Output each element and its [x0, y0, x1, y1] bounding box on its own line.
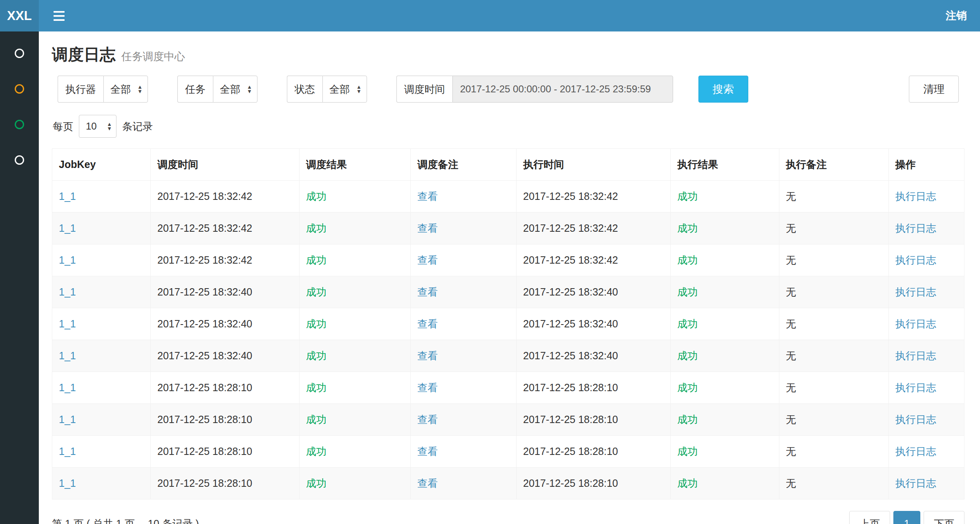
- circle-icon: [15, 155, 24, 165]
- exec-log-link[interactable]: 执行日志: [895, 190, 936, 202]
- exec-result-cell: 成功: [671, 181, 779, 213]
- exec-time-cell: 2017-12-25 18:28:10: [517, 372, 671, 404]
- status-filter-value: 全部: [329, 83, 350, 96]
- column-header-jobkey[interactable]: JobKey: [52, 149, 151, 181]
- table-row: 1_1 2017-12-25 18:32:40 成功 查看 2017-12-25…: [52, 340, 964, 372]
- column-header-dispatch-time[interactable]: 调度时间: [151, 149, 300, 181]
- column-header-exec-result[interactable]: 执行结果: [671, 149, 779, 181]
- exec-result-badge: 成功: [677, 286, 698, 298]
- job-filter-select[interactable]: 全部 ▲▼: [213, 76, 257, 103]
- exec-log-link[interactable]: 执行日志: [895, 414, 936, 425]
- page-size-prefix: 每页: [53, 120, 73, 133]
- status-filter-select[interactable]: 全部 ▲▼: [322, 76, 367, 103]
- action-cell: 执行日志: [888, 276, 964, 308]
- executor-filter-select[interactable]: 全部 ▲▼: [103, 76, 148, 103]
- table-row: 1_1 2017-12-25 18:32:42 成功 查看 2017-12-25…: [52, 244, 964, 276]
- table-row: 1_1 2017-12-25 18:28:10 成功 查看 2017-12-25…: [52, 404, 964, 436]
- exec-log-link[interactable]: 执行日志: [895, 286, 936, 298]
- exec-log-link[interactable]: 执行日志: [895, 254, 936, 266]
- status-filter: 状态 全部 ▲▼: [287, 76, 367, 103]
- view-remark-link[interactable]: 查看: [417, 190, 438, 202]
- jobkey-link[interactable]: 1_1: [59, 414, 76, 425]
- dispatch-remark-cell: 查看: [411, 404, 517, 436]
- exec-time-cell: 2017-12-25 18:28:10: [517, 436, 671, 468]
- dispatch-log-table: JobKey 调度时间 调度结果 调度备注 执行时间 执行结果 执行备注 操作 …: [52, 148, 964, 499]
- pagination-controls: 上页 1 下页: [846, 511, 964, 524]
- exec-time-cell: 2017-12-25 18:28:10: [517, 404, 671, 436]
- dispatch-result-badge: 成功: [306, 222, 327, 234]
- column-header-exec-time[interactable]: 执行时间: [517, 149, 671, 181]
- executor-filter: 执行器 全部 ▲▼: [58, 76, 148, 103]
- jobkey-link[interactable]: 1_1: [59, 190, 76, 202]
- dispatch-remark-cell: 查看: [411, 213, 517, 244]
- exec-time-cell: 2017-12-25 18:28:10: [517, 468, 671, 499]
- dispatch-time-cell: 2017-12-25 18:28:10: [151, 468, 300, 499]
- sidebar-menu-item[interactable]: [0, 71, 39, 107]
- exec-log-link[interactable]: 执行日志: [895, 446, 936, 457]
- view-remark-link[interactable]: 查看: [417, 382, 438, 393]
- dispatch-remark-cell: 查看: [411, 468, 517, 499]
- page-size-value: 10: [86, 121, 97, 132]
- exec-time-cell: 2017-12-25 18:32:42: [517, 244, 671, 276]
- view-remark-link[interactable]: 查看: [417, 222, 438, 234]
- view-remark-link[interactable]: 查看: [417, 477, 438, 489]
- action-cell: 执行日志: [888, 308, 964, 340]
- table-body: 1_1 2017-12-25 18:32:42 成功 查看 2017-12-25…: [52, 181, 964, 499]
- exec-time-cell: 2017-12-25 18:32:42: [517, 181, 671, 213]
- exec-log-link[interactable]: 执行日志: [895, 222, 936, 234]
- action-cell: 执行日志: [888, 436, 964, 468]
- jobkey-link[interactable]: 1_1: [59, 446, 76, 457]
- sidebar-menu-item[interactable]: [0, 36, 39, 71]
- dispatch-result-cell: 成功: [299, 276, 410, 308]
- action-cell: 执行日志: [888, 213, 964, 244]
- executor-filter-value: 全部: [110, 83, 131, 96]
- dispatch-remark-cell: 查看: [411, 276, 517, 308]
- view-remark-link[interactable]: 查看: [417, 414, 438, 425]
- status-filter-label: 状态: [287, 76, 322, 103]
- exec-remark-cell: 无: [779, 340, 888, 372]
- column-header-exec-remark[interactable]: 执行备注: [779, 149, 888, 181]
- exec-result-badge: 成功: [677, 222, 698, 234]
- jobkey-link[interactable]: 1_1: [59, 318, 76, 329]
- current-page-button[interactable]: 1: [893, 511, 920, 524]
- app-logo[interactable]: XXL: [0, 0, 39, 31]
- sidebar-toggle-button[interactable]: [52, 8, 66, 24]
- exec-log-link[interactable]: 执行日志: [895, 382, 936, 393]
- exec-result-cell: 成功: [671, 244, 779, 276]
- job-filter-value: 全部: [220, 83, 240, 96]
- logout-link[interactable]: 注销: [946, 9, 967, 23]
- jobkey-cell: 1_1: [52, 340, 151, 372]
- jobkey-cell: 1_1: [52, 276, 151, 308]
- search-button[interactable]: 搜索: [698, 76, 748, 103]
- view-remark-link[interactable]: 查看: [417, 446, 438, 457]
- exec-log-link[interactable]: 执行日志: [895, 350, 936, 361]
- jobkey-link[interactable]: 1_1: [59, 477, 76, 489]
- jobkey-link[interactable]: 1_1: [59, 350, 76, 361]
- exec-result-badge: 成功: [677, 446, 698, 457]
- view-remark-link[interactable]: 查看: [417, 286, 438, 298]
- time-range-input[interactable]: [452, 76, 673, 103]
- sidebar-menu-item[interactable]: [0, 142, 39, 178]
- view-remark-link[interactable]: 查看: [417, 350, 438, 361]
- table-row: 1_1 2017-12-25 18:32:40 成功 查看 2017-12-25…: [52, 308, 964, 340]
- jobkey-link[interactable]: 1_1: [59, 254, 76, 266]
- jobkey-link[interactable]: 1_1: [59, 382, 76, 393]
- page-size-select[interactable]: 10 ▲▼: [79, 115, 116, 138]
- next-page-button[interactable]: 下页: [924, 511, 964, 524]
- prev-page-button[interactable]: 上页: [849, 511, 890, 524]
- clear-button[interactable]: 清理: [909, 76, 959, 103]
- navbar-content: 注销: [39, 0, 980, 31]
- exec-log-link[interactable]: 执行日志: [895, 318, 936, 329]
- time-filter: 调度时间: [396, 76, 673, 103]
- column-header-action[interactable]: 操作: [888, 149, 964, 181]
- jobkey-link[interactable]: 1_1: [59, 286, 76, 298]
- exec-log-link[interactable]: 执行日志: [895, 477, 936, 489]
- view-remark-link[interactable]: 查看: [417, 254, 438, 266]
- dispatch-result-cell: 成功: [299, 404, 410, 436]
- jobkey-link[interactable]: 1_1: [59, 222, 76, 234]
- column-header-dispatch-result[interactable]: 调度结果: [299, 149, 410, 181]
- view-remark-link[interactable]: 查看: [417, 318, 438, 329]
- sidebar-menu-item[interactable]: [0, 107, 39, 142]
- dispatch-result-cell: 成功: [299, 213, 410, 244]
- column-header-dispatch-remark[interactable]: 调度备注: [411, 149, 517, 181]
